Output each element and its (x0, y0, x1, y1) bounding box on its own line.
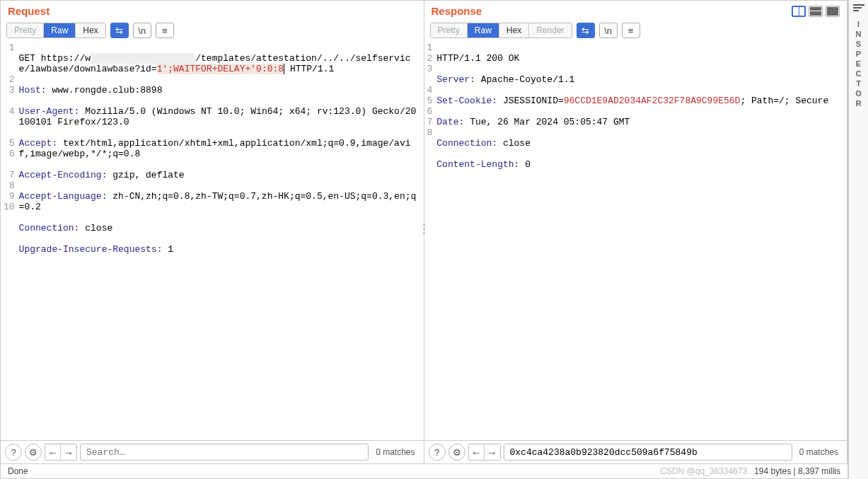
menu-icon[interactable]: ≡ (156, 23, 174, 38)
response-match-count: 0 matches (795, 447, 843, 457)
request-search-input[interactable] (80, 444, 369, 461)
response-panel: Response Pretty Raw Hex Render ⇆ \n ≡ (424, 1, 848, 463)
prev-match-icon[interactable]: ← (45, 444, 61, 460)
tab-render[interactable]: Render (529, 23, 571, 37)
wrap-icon[interactable]: ⇆ (110, 23, 129, 38)
wrap-icon[interactable]: ⇆ (577, 23, 595, 38)
help-icon[interactable]: ? (5, 444, 22, 461)
tab-hex[interactable]: Hex (499, 23, 529, 37)
status-done: Done (8, 466, 28, 476)
tab-pretty[interactable]: Pretty (431, 23, 468, 37)
menu-icon[interactable]: ≡ (622, 23, 640, 38)
request-editor[interactable]: 1 2 3 4 5 6 7 8 9 10 GET https://wxxxxxx… (1, 41, 424, 440)
newline-icon[interactable]: \n (133, 23, 151, 38)
response-editor[interactable]: 1 2 3 4 5 6 7 8 HTTP/1.1 200 OK Server: … (424, 41, 847, 440)
tab-pretty[interactable]: Pretty (7, 23, 44, 37)
next-match-icon[interactable]: → (485, 444, 500, 460)
status-timing: 194 bytes | 8,397 millis (754, 466, 840, 476)
newline-icon[interactable]: \n (599, 23, 618, 38)
request-title: Request (8, 5, 50, 17)
response-search-input[interactable] (504, 444, 792, 461)
request-match-count: 0 matches (371, 447, 419, 457)
layout-columns-icon[interactable] (792, 6, 806, 17)
watermark: CSDN @qq_36334673 (660, 466, 747, 476)
request-panel: Request Pretty Raw Hex ⇆ \n ≡ 1 2 3 (1, 1, 424, 463)
settings-icon[interactable]: ⚙ (449, 444, 465, 461)
next-match-icon[interactable]: → (61, 444, 76, 460)
splitter-handle[interactable] (423, 224, 425, 234)
response-title: Response (432, 5, 482, 17)
request-gutter: 1 2 3 4 5 6 7 8 9 10 (1, 41, 19, 440)
response-toolbar: Pretty Raw Hex Render ⇆ \n ≡ (424, 20, 847, 41)
request-searchbar: ? ⚙ ← → 0 matches (1, 440, 424, 463)
response-gutter: 1 2 3 4 5 6 7 8 (424, 41, 437, 440)
layout-rows-icon[interactable] (809, 6, 823, 17)
request-code[interactable]: GET https://wxxxxxxxxxxxxxxxxxxx/templat… (19, 41, 424, 440)
layout-single-icon[interactable] (826, 6, 840, 17)
help-icon[interactable]: ? (429, 444, 446, 461)
inspector-toggle-icon[interactable] (853, 4, 864, 14)
settings-icon[interactable]: ⚙ (25, 444, 42, 461)
tab-hex[interactable]: Hex (76, 23, 105, 37)
tab-raw[interactable]: Raw (44, 23, 76, 37)
prev-match-icon[interactable]: ← (469, 444, 485, 460)
inspector-label: INSPECTOR (855, 20, 863, 109)
response-code[interactable]: HTTP/1.1 200 OK Server: Apache-Coyote/1.… (436, 41, 847, 440)
status-bar: Done CSDN @qq_36334673 194 bytes | 8,397… (1, 463, 847, 478)
inspector-sidebar[interactable]: INSPECTOR (848, 0, 868, 479)
request-toolbar: Pretty Raw Hex ⇆ \n ≡ (1, 20, 424, 41)
response-searchbar: ? ⚙ ← → 0 matches (424, 440, 847, 463)
tab-raw[interactable]: Raw (468, 23, 499, 37)
